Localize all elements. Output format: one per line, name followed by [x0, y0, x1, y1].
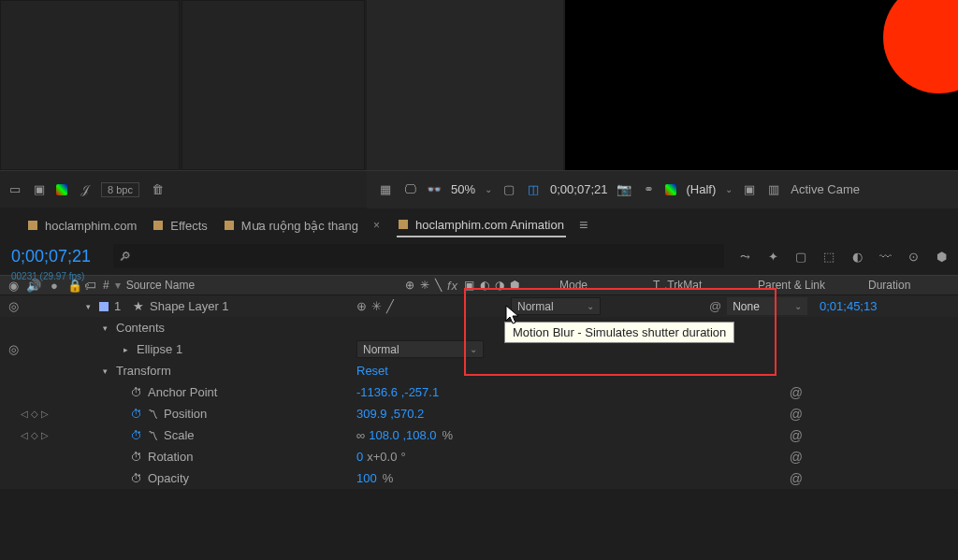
group-row-ellipse[interactable]: ◎ ▸ Ellipse 1 Normal ⌄: [0, 338, 958, 360]
reset-link[interactable]: Reset: [356, 364, 388, 378]
col-parent[interactable]: Parent & Link: [758, 279, 825, 292]
prop-row-opacity[interactable]: ⏱ Opacity 100 % @: [0, 467, 958, 489]
prev-key-icon[interactable]: ◁: [21, 409, 28, 419]
chevron-down-icon[interactable]: ⌄: [725, 184, 733, 194]
timeline-icon[interactable]: ▥: [766, 182, 781, 197]
graph-icon[interactable]: 〽: [148, 409, 158, 420]
graph-editor-icon[interactable]: 〰: [878, 249, 893, 264]
collapse-switch[interactable]: ✳: [371, 299, 382, 313]
col-t[interactable]: T: [653, 279, 660, 292]
expression-pickwhip-icon[interactable]: @: [790, 407, 803, 422]
expression-pickwhip-icon[interactable]: @: [790, 385, 803, 400]
grid-icon[interactable]: ▦: [378, 182, 393, 197]
prop-row-anchor[interactable]: ⏱ Anchor Point -1136.6 ,-257.1 @: [0, 381, 958, 403]
quality-switch[interactable]: ╱: [386, 299, 394, 313]
preview-toolbar: ▦ 🖵 👓 50% ⌄ ▢ ◫ 0;00;07;21 📷 ⚭ (Half) ⌄ …: [367, 171, 958, 208]
constrain-icon[interactable]: ∞: [356, 428, 365, 442]
mask-icon[interactable]: 👓: [427, 182, 442, 197]
parent-dropdown[interactable]: None ⌄: [727, 297, 807, 315]
group-row-transform[interactable]: ▾ Transform Reset: [0, 360, 958, 381]
draft3d-icon[interactable]: ✦: [765, 249, 780, 264]
timeline-search[interactable]: 🔎︎: [113, 244, 724, 268]
twirl-down-icon[interactable]: ▾: [99, 366, 110, 376]
stopwatch-icon[interactable]: ⏱: [131, 386, 142, 399]
prop-value[interactable]: 108.0 ,108.0: [369, 428, 436, 442]
channel-icon[interactable]: [665, 184, 676, 195]
expression-pickwhip-icon[interactable]: @: [790, 450, 803, 465]
prop-row-rotation[interactable]: ⏱ Rotation 0 x+0.0 ° @: [0, 446, 958, 467]
zoom-value[interactable]: 50%: [451, 182, 475, 196]
mode-value: Normal: [363, 343, 399, 356]
stopwatch-icon[interactable]: ⏱: [131, 451, 142, 464]
trash-icon[interactable]: 🗑: [151, 182, 166, 197]
next-key-icon[interactable]: ▷: [41, 409, 49, 419]
roi-icon[interactable]: ◫: [526, 182, 541, 197]
twirl-down-icon[interactable]: ▾: [82, 302, 94, 311]
render-icon[interactable]: ⊙: [906, 249, 921, 264]
tab-comp-1[interactable]: hoclamphim.com: [26, 215, 138, 237]
stopwatch-icon[interactable]: ⏱: [131, 472, 142, 485]
bpc-display[interactable]: 8 bpc: [101, 182, 139, 197]
graph-icon[interactable]: 〽: [148, 430, 158, 441]
shy-switch[interactable]: ⊕: [356, 299, 367, 313]
tab-comp-3[interactable]: Mưa ruộng bậc thang: [223, 215, 360, 237]
key-diamond-icon[interactable]: ◇: [31, 409, 38, 419]
expression-pickwhip-icon[interactable]: @: [790, 428, 803, 443]
prop-value-b[interactable]: x+0.0: [367, 450, 397, 464]
group-row-contents[interactable]: ▾ Contents: [0, 317, 958, 338]
close-tab-icon[interactable]: ×: [373, 219, 384, 232]
layer-color-swatch[interactable]: [99, 302, 109, 311]
eye-icon[interactable]: ◎: [6, 299, 21, 314]
resolution-dropdown[interactable]: (Half): [686, 182, 716, 196]
twirl-down-icon[interactable]: ▾: [99, 323, 110, 333]
snapshot-icon[interactable]: 📷: [617, 182, 631, 197]
frame-blend-icon[interactable]: ⬚: [821, 249, 836, 264]
transparency-grid-icon[interactable]: ▢: [501, 182, 516, 197]
preview-time[interactable]: 0;00;07;21: [550, 182, 607, 196]
stopwatch-icon[interactable]: ⏱: [131, 429, 142, 442]
expression-pickwhip-icon[interactable]: @: [790, 471, 803, 486]
fast-preview-icon[interactable]: ▣: [742, 182, 757, 197]
prop-value[interactable]: 309.9 ,570.2: [356, 407, 424, 421]
panel-menu-icon[interactable]: ≡: [579, 217, 588, 234]
col-trkmat[interactable]: .TrkMat: [664, 279, 702, 292]
interpret-icon[interactable]: ▭: [7, 182, 22, 197]
prop-row-scale[interactable]: ◁ ◇ ▷ ⏱ 〽 Scale ∞ 108.0 ,108.0 % @: [0, 424, 958, 446]
prop-value[interactable]: -1136.6 ,-257.1: [356, 385, 439, 399]
ellipse-mode-dropdown[interactable]: Normal ⌄: [356, 340, 484, 358]
next-key-icon[interactable]: ▷: [41, 430, 49, 440]
camera-dropdown[interactable]: Active Came: [791, 182, 860, 196]
twirl-right-icon[interactable]: ▸: [120, 345, 131, 354]
tab-comp-4-active[interactable]: hoclamphim.com Animation: [397, 214, 566, 237]
key-diamond-icon[interactable]: ◇: [31, 430, 38, 440]
label-header-icon[interactable]: 🏷: [82, 278, 97, 293]
prop-value[interactable]: 100: [356, 471, 377, 485]
layer-row[interactable]: ◎ ▾ 1 ★ Shape Layer 1 ⊕ ✳ ╱ Normal ⌄ @ N…: [0, 295, 958, 317]
color-label-icon[interactable]: [56, 184, 67, 195]
brush-icon[interactable]: 𝒥: [77, 182, 92, 197]
composition-viewer[interactable]: [565, 0, 958, 170]
prop-row-position[interactable]: ◁ ◇ ▷ ⏱ 〽 Position 309.9 ,570.2 @: [0, 403, 958, 424]
chevron-down-icon[interactable]: ⌄: [485, 184, 492, 194]
pickwhip-icon[interactable]: @: [709, 299, 721, 313]
folder-icon[interactable]: ▣: [32, 182, 47, 197]
mode-dropdown[interactable]: Normal ⌄: [511, 297, 601, 315]
prop-value-a[interactable]: 0: [356, 450, 363, 464]
eye-icon[interactable]: ◎: [6, 342, 21, 357]
col-mode[interactable]: Mode: [559, 279, 588, 292]
prev-key-icon[interactable]: ◁: [21, 430, 28, 440]
layer-name: Shape Layer 1: [150, 299, 229, 313]
col-hash[interactable]: #: [103, 279, 109, 292]
show-snapshot-icon[interactable]: ⚭: [641, 182, 656, 197]
comp-mini-flowchart-icon[interactable]: ⤳: [737, 249, 752, 264]
stopwatch-icon[interactable]: ⏱: [131, 408, 142, 421]
motion-blur-comp-icon[interactable]: ◐: [849, 249, 864, 264]
sort-icon: ▾: [115, 279, 121, 292]
timeline-timecode[interactable]: 0;00;07;21: [11, 247, 91, 266]
col-source-name[interactable]: Source Name: [126, 279, 195, 292]
tab-comp-2[interactable]: Effects: [152, 215, 210, 237]
col-duration[interactable]: Duration: [868, 279, 910, 292]
shybtn-icon[interactable]: ▢: [793, 249, 808, 264]
cube-icon[interactable]: ⬢: [934, 249, 949, 264]
monitor-icon[interactable]: 🖵: [402, 182, 417, 197]
